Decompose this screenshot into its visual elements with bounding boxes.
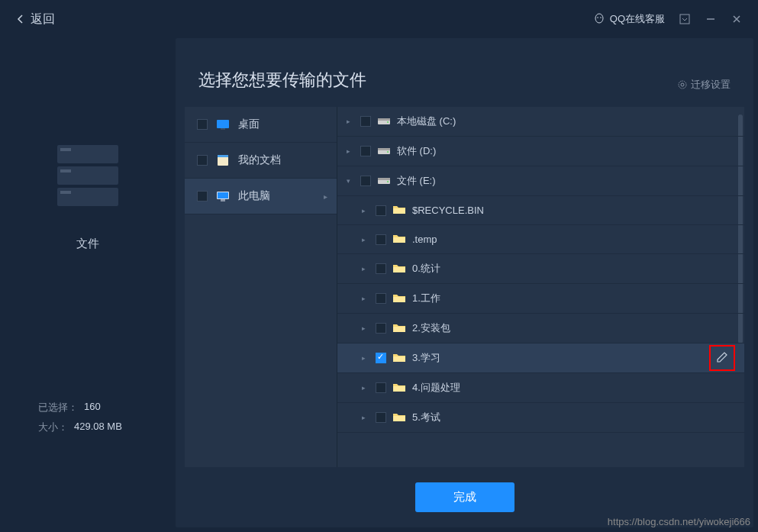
checkbox[interactable]: [376, 323, 386, 334]
tree-item[interactable]: ▸ .temp: [337, 225, 744, 254]
arrow-left-icon: [15, 14, 26, 24]
size-value: 429.08 MB: [74, 421, 122, 434]
expand-arrow-icon[interactable]: ▸: [362, 236, 369, 243]
expand-arrow-icon[interactable]: ▸: [362, 207, 369, 214]
tree-item[interactable]: ▸ $RECYCLE.BIN: [337, 196, 744, 225]
checkbox[interactable]: [360, 146, 371, 156]
close-icon: [731, 14, 742, 24]
checkbox[interactable]: [360, 116, 371, 127]
tree-item-label: 本地磁盘 (C:): [397, 114, 456, 128]
tree-item-label: 文件 (E:): [397, 174, 436, 188]
checkbox[interactable]: [197, 155, 208, 166]
tree-item[interactable]: ▸ 5.考试: [337, 403, 744, 433]
back-button[interactable]: 返回: [15, 11, 55, 27]
expand-arrow-icon[interactable]: ▸: [347, 118, 354, 125]
checkbox[interactable]: [376, 263, 386, 274]
category-label: 桌面: [238, 118, 260, 131]
expand-arrow-icon[interactable]: ▸: [362, 384, 369, 392]
svg-rect-23: [393, 208, 405, 214]
tree-item-label: $RECYCLE.BIN: [412, 205, 484, 216]
category-icon: [215, 190, 231, 202]
selected-label: 已选择：: [38, 401, 78, 414]
svg-rect-28: [393, 356, 405, 362]
checkbox[interactable]: [376, 293, 386, 304]
svg-point-5: [679, 81, 686, 89]
folder-icon: [392, 411, 406, 424]
drive-icon: [377, 175, 391, 188]
svg-point-1: [597, 17, 598, 18]
svg-point-0: [595, 14, 603, 23]
migration-settings-link[interactable]: 迁移设置: [677, 78, 731, 92]
qq-service-link[interactable]: QQ在线客服: [593, 12, 665, 26]
expand-arrow-icon[interactable]: ▸: [362, 324, 369, 332]
close-button[interactable]: [731, 13, 743, 25]
tree-item[interactable]: ▸ 软件 (D:): [337, 137, 744, 166]
edit-button[interactable]: [709, 345, 735, 371]
category-item[interactable]: 我的文档: [185, 143, 337, 179]
qq-service-label: QQ在线客服: [610, 12, 665, 26]
expand-arrow-icon[interactable]: ▾: [347, 177, 354, 185]
category-item[interactable]: 桌面: [185, 107, 337, 143]
svg-rect-13: [221, 199, 225, 202]
qq-icon: [593, 13, 605, 25]
svg-point-6: [681, 83, 684, 86]
category-label: 此电脑: [238, 189, 270, 203]
checkbox[interactable]: [197, 119, 208, 130]
checkbox[interactable]: [376, 353, 386, 363]
tree-item-label: 1.工作: [412, 292, 440, 305]
svg-rect-15: [378, 118, 390, 121]
tree-item[interactable]: ▸ 1.工作: [337, 284, 744, 314]
expand-arrow-icon[interactable]: ▸: [362, 265, 369, 272]
svg-rect-21: [378, 178, 390, 180]
tree-item[interactable]: ▸ 3.学习: [337, 343, 744, 373]
category-item[interactable]: 此电脑: [185, 179, 337, 214]
svg-rect-27: [393, 327, 405, 332]
checkbox[interactable]: [376, 382, 386, 393]
file-tree: ▸ 本地磁盘 (C:)▸ 软件 (D:)▾ 文件 (E:)▸ $RECYCLE.…: [337, 107, 744, 467]
expand-arrow-icon[interactable]: ▸: [362, 354, 369, 362]
folder-icon: [392, 292, 406, 305]
svg-point-22: [387, 181, 389, 182]
svg-point-2: [600, 17, 602, 18]
drive-icon: [377, 115, 391, 128]
expand-arrow-icon[interactable]: ▸: [362, 295, 369, 302]
svg-rect-29: [393, 386, 405, 392]
selection-stats: 已选择： 160 大小： 429.08 MB: [0, 401, 122, 440]
svg-rect-10: [218, 155, 228, 157]
svg-rect-7: [217, 120, 229, 128]
minimize-button[interactable]: [705, 13, 717, 25]
svg-rect-12: [218, 192, 228, 198]
folder-icon: [392, 204, 406, 217]
tree-item-label: .temp: [412, 234, 437, 245]
gear-icon: [677, 79, 688, 90]
category-list: 桌面 我的文档 此电脑: [185, 107, 337, 467]
tree-item[interactable]: ▸ 2.安装包: [337, 314, 744, 343]
tree-item[interactable]: ▾ 文件 (E:): [337, 166, 744, 196]
drive-icon: [377, 145, 391, 158]
tree-item-label: 5.考试: [412, 411, 440, 424]
tree-item-label: 3.学习: [412, 351, 440, 365]
left-panel: 文件 已选择： 160 大小： 429.08 MB: [0, 38, 176, 532]
tree-item[interactable]: ▸ 0.统计: [337, 254, 744, 284]
pencil-icon: [716, 351, 728, 366]
checkbox[interactable]: [376, 234, 386, 245]
checkbox[interactable]: [376, 412, 386, 423]
done-button[interactable]: 完成: [415, 482, 514, 512]
checkbox[interactable]: [360, 176, 371, 186]
svg-rect-25: [393, 267, 405, 272]
tree-item-label: 4.问题处理: [412, 381, 460, 395]
tree-item[interactable]: ▸ 4.问题处理: [337, 373, 744, 403]
expand-arrow-icon[interactable]: ▸: [347, 147, 354, 155]
folder-icon: [392, 263, 406, 276]
expand-arrow-icon[interactable]: ▸: [362, 414, 369, 421]
tree-item-label: 0.统计: [412, 262, 440, 276]
category-icon: [215, 154, 231, 166]
folder-icon: [392, 382, 406, 395]
dropdown-button[interactable]: [679, 13, 691, 25]
file-category-label: 文件: [76, 237, 99, 251]
svg-rect-8: [221, 128, 225, 130]
checkbox[interactable]: [376, 205, 386, 216]
minimize-icon: [705, 14, 716, 24]
checkbox[interactable]: [197, 191, 208, 202]
tree-item[interactable]: ▸ 本地磁盘 (C:): [337, 107, 744, 137]
